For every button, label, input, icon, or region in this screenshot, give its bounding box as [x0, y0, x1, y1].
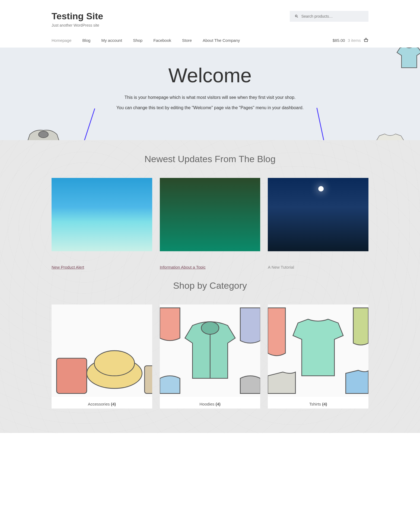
- svg-point-3: [94, 351, 135, 376]
- category-card-tshirts[interactable]: Tshirts (4): [268, 304, 368, 409]
- blog-heading: Newest Updates From The Blog: [52, 154, 368, 164]
- hero-title: Welcome: [0, 64, 420, 87]
- nav-shop[interactable]: Shop: [133, 38, 142, 43]
- hero-text-1: This is your homepage which is what most…: [0, 95, 420, 100]
- hero-text-2: You can change this text by editing the …: [0, 105, 420, 110]
- search-box[interactable]: [290, 11, 368, 22]
- blog-image: [52, 178, 152, 251]
- blog-post-title[interactable]: New Product Alert: [52, 265, 152, 269]
- nav-blog[interactable]: Blog: [82, 38, 90, 43]
- category-image: [160, 304, 260, 397]
- blog-image: [268, 178, 368, 251]
- hero-section: Welcome This is your homepage which is w…: [0, 48, 420, 140]
- blog-card[interactable]: New Product Alert: [52, 178, 152, 269]
- site-branding: Testing Site Just another WordPress site: [52, 11, 103, 27]
- content-section: Newest Updates From The Blog New Product…: [0, 140, 420, 433]
- category-image: [268, 304, 368, 397]
- category-label: Accessories (4): [52, 397, 152, 409]
- blog-card[interactable]: A New Tutorial: [268, 178, 368, 269]
- search-icon: [295, 14, 298, 18]
- tshirt-doodle-icon: [371, 132, 409, 140]
- blog-grid: New Product Alert Information About a To…: [52, 178, 368, 269]
- category-card-accessories[interactable]: Accessories (4): [52, 304, 152, 409]
- cart-total: $85.00: [333, 38, 345, 43]
- site-tagline: Just another WordPress site: [52, 23, 103, 27]
- tshirt-doodle-icon: [393, 48, 420, 69]
- primary-nav: Homepage Blog My account Shop Facebook S…: [52, 38, 240, 43]
- category-image: [52, 304, 152, 397]
- site-title[interactable]: Testing Site: [52, 11, 103, 21]
- search-input[interactable]: [301, 14, 364, 18]
- nav-facebook[interactable]: Facebook: [153, 38, 171, 43]
- category-label: Hoodies (4): [160, 397, 260, 409]
- category-label: Tshirts (4): [268, 397, 368, 409]
- nav-my-account[interactable]: My account: [101, 38, 122, 43]
- annotation-arrow-icon: [316, 108, 327, 140]
- nav-about[interactable]: About The Company: [203, 38, 240, 43]
- nav-homepage[interactable]: Homepage: [52, 38, 71, 43]
- svg-rect-1: [57, 358, 87, 394]
- category-grid: Accessories (4) Hoodies (4) Tshirts (4): [52, 304, 368, 409]
- nav-store[interactable]: Store: [182, 38, 192, 43]
- blog-post-title[interactable]: A New Tutorial: [268, 265, 368, 269]
- svg-point-5: [201, 322, 219, 334]
- basket-icon: [364, 38, 368, 43]
- blog-post-title[interactable]: Information About a Topic: [160, 265, 260, 269]
- categories-heading: Shop by Category: [52, 280, 368, 291]
- hoodie-doodle-icon: [22, 126, 65, 140]
- svg-point-0: [39, 131, 48, 138]
- svg-rect-4: [145, 366, 152, 394]
- category-card-hoodies[interactable]: Hoodies (4): [160, 304, 260, 409]
- annotation-arrow-icon: [79, 108, 95, 140]
- blog-card[interactable]: Information About a Topic: [160, 178, 260, 269]
- cart-link[interactable]: $85.00 3 items: [333, 38, 368, 43]
- cart-items-count: 3 items: [348, 38, 361, 43]
- blog-image: [160, 178, 260, 251]
